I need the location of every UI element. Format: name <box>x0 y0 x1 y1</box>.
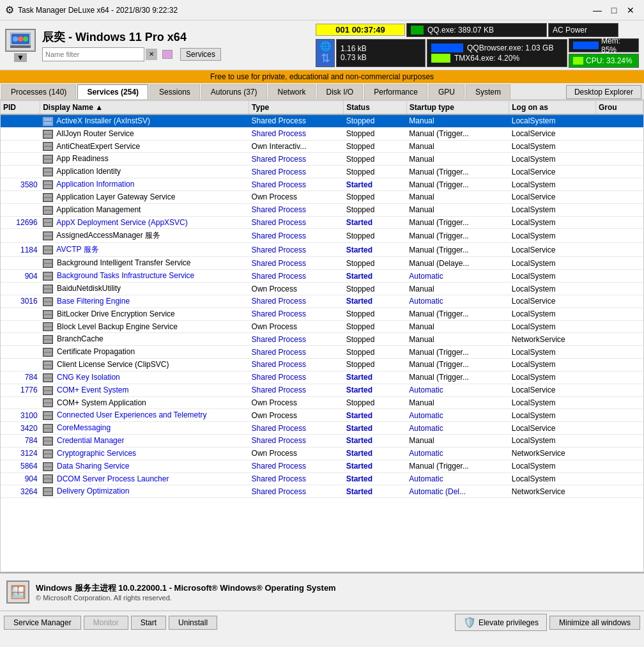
table-row[interactable]: 1776 COM+ Event System Shared Process St… <box>1 384 643 396</box>
cell-name[interactable]: Application Identity <box>40 166 249 178</box>
cell-name[interactable]: BitLocker Drive Encryption Service <box>40 308 249 320</box>
name-filter-input[interactable] <box>42 47 144 61</box>
table-row[interactable]: BranchCache Shared Process Stopped Manua… <box>1 333 643 346</box>
table-row[interactable]: COM+ System Application Own Process Stop… <box>1 396 643 409</box>
uninstall-button[interactable]: Uninstall <box>169 616 217 630</box>
cell-name[interactable]: CoreMessaging <box>40 422 249 435</box>
minimize-all-button[interactable]: Minimize all windows <box>549 616 640 630</box>
cell-pid: 904 <box>1 270 40 283</box>
maximize-window-button[interactable]: □ <box>606 3 622 17</box>
filter-clear-button[interactable]: ✕ <box>146 49 157 60</box>
col-header-startup[interactable]: Startup type <box>406 101 509 114</box>
table-row[interactable]: App Readiness Shared Process Stopped Man… <box>1 153 643 166</box>
cell-name[interactable]: ActiveX Installer (AxInstSV) <box>40 114 249 127</box>
service-name: Cryptographic Services <box>57 449 136 458</box>
cell-name[interactable]: Data Sharing Service <box>40 460 249 472</box>
pc-title-area: 辰奕 - Windows 11 Pro x64 ✕ Services <box>42 29 316 61</box>
tab-autoruns[interactable]: Autoruns (37) <box>201 84 267 99</box>
cell-pid <box>1 140 40 153</box>
table-row[interactable]: 3124 Cryptographic Services Own Process … <box>1 447 643 460</box>
table-row[interactable]: Certificate Propagation Shared Process S… <box>1 346 643 359</box>
col-header-logon[interactable]: Log on as <box>509 101 596 114</box>
monitor-button[interactable]: Monitor <box>84 616 128 630</box>
table-row[interactable]: AllJoyn Router Service Shared Process St… <box>1 127 643 140</box>
table-row[interactable]: 3264 Delivery Optimization Shared Proces… <box>1 485 643 498</box>
table-row[interactable]: Application Management Shared Process St… <box>1 203 643 216</box>
cell-name[interactable]: Delivery Optimization <box>40 485 249 498</box>
col-header-group[interactable]: Grou <box>595 101 643 114</box>
cell-type: Shared Process <box>249 178 344 191</box>
table-row[interactable]: 904 DCOM Server Process Launcher Shared … <box>1 472 643 485</box>
cell-name[interactable]: Client License Service (ClipSVC) <box>40 359 249 371</box>
table-row[interactable]: BitLocker Drive Encryption Service Share… <box>1 308 643 320</box>
cell-name[interactable]: BranchCache <box>40 333 249 346</box>
cell-name[interactable]: AppX Deployment Service (AppXSVC) <box>40 216 249 229</box>
col-header-type[interactable]: Type <box>249 101 344 114</box>
cell-name[interactable]: AllJoyn Router Service <box>40 127 249 140</box>
cell-name[interactable]: CNG Key Isolation <box>40 371 249 384</box>
tab-system[interactable]: System <box>466 84 510 99</box>
col-header-name[interactable]: Display Name ▲ <box>40 101 249 114</box>
cell-type: Own Interactiv... <box>249 140 344 153</box>
desktop-explorer-button[interactable]: Desktop Explorer <box>566 85 641 99</box>
cell-name[interactable]: Application Information <box>40 178 249 191</box>
cell-name[interactable]: AssignedAccessManager 服务 <box>40 229 249 243</box>
table-row[interactable]: AssignedAccessManager 服务 Shared Process … <box>1 229 643 243</box>
cell-name[interactable]: Background Tasks Infrastructure Service <box>40 270 249 283</box>
cell-name[interactable]: Application Layer Gateway Service <box>40 191 249 203</box>
tab-processes[interactable]: Processes (140) <box>1 84 76 99</box>
cell-name[interactable]: App Readiness <box>40 153 249 166</box>
cell-name[interactable]: AntiCheatExpert Service <box>40 140 249 153</box>
services-button[interactable]: Services <box>180 48 221 61</box>
cell-pid <box>1 191 40 203</box>
table-row[interactable]: 3100 Connected User Experiences and Tele… <box>1 409 643 422</box>
cell-name[interactable]: Application Management <box>40 203 249 216</box>
cell-name[interactable]: COM+ Event System <box>40 384 249 396</box>
cell-name[interactable]: COM+ System Application <box>40 396 249 409</box>
tab-performance[interactable]: Performance <box>364 84 427 99</box>
table-row[interactable]: 3016 Base Filtering Engine Shared Proces… <box>1 295 643 308</box>
table-row[interactable]: 5864 Data Sharing Service Shared Process… <box>1 460 643 472</box>
table-row[interactable]: ActiveX Installer (AxInstSV) Shared Proc… <box>1 114 643 127</box>
tab-gpu[interactable]: GPU <box>429 84 464 99</box>
table-row[interactable]: 784 CNG Key Isolation Shared Process Sta… <box>1 371 643 384</box>
elevate-privileges-button[interactable]: 🛡️ Elevate privileges <box>455 614 547 631</box>
table-row[interactable]: 12696 AppX Deployment Service (AppXSVC) … <box>1 216 643 229</box>
services-table-container[interactable]: PID Display Name ▲ Type Status Startup t… <box>0 100 644 572</box>
table-row[interactable]: Block Level Backup Engine Service Own Pr… <box>1 320 643 333</box>
cell-name[interactable]: Background Intelligent Transfer Service <box>40 257 249 270</box>
table-row[interactable]: 3420 CoreMessaging Shared Process Starte… <box>1 422 643 435</box>
service-manager-button[interactable]: Service Manager <box>4 616 81 630</box>
cell-name[interactable]: BaiduNetdiskUtility <box>40 283 249 295</box>
table-row[interactable]: AntiCheatExpert Service Own Interactiv..… <box>1 140 643 153</box>
tab-diskio[interactable]: Disk I/O <box>317 84 364 99</box>
logo-dropdown[interactable]: ▼ <box>14 53 27 62</box>
cell-name[interactable]: Cryptographic Services <box>40 447 249 460</box>
table-row[interactable]: 1184 AVCTP 服务 Shared Process Started Man… <box>1 243 643 257</box>
tab-network[interactable]: Network <box>268 84 316 99</box>
cell-name[interactable]: Block Level Backup Engine Service <box>40 320 249 333</box>
table-row[interactable]: Application Identity Shared Process Stop… <box>1 166 643 178</box>
table-row[interactable]: Client License Service (ClipSVC) Shared … <box>1 359 643 371</box>
tab-services[interactable]: Services (254) <box>77 84 148 99</box>
tab-sessions[interactable]: Sessions <box>150 84 200 99</box>
table-row[interactable]: Application Layer Gateway Service Own Pr… <box>1 191 643 203</box>
table-row[interactable]: 904 Background Tasks Infrastructure Serv… <box>1 270 643 283</box>
cell-name[interactable]: Connected User Experiences and Telemetry <box>40 409 249 422</box>
cell-name[interactable]: AVCTP 服务 <box>40 243 249 257</box>
cell-pid: 3420 <box>1 422 40 435</box>
table-row[interactable]: 3580 Application Information Shared Proc… <box>1 178 643 191</box>
table-row[interactable]: Background Intelligent Transfer Service … <box>1 257 643 270</box>
cell-name[interactable]: Base Filtering Engine <box>40 295 249 308</box>
svg-rect-83 <box>44 442 52 444</box>
close-window-button[interactable]: ✕ <box>622 3 639 17</box>
col-header-status[interactable]: Status <box>344 101 407 114</box>
table-row[interactable]: BaiduNetdiskUtility Own Process Stopped … <box>1 283 643 295</box>
start-button[interactable]: Start <box>131 616 166 630</box>
col-header-pid[interactable]: PID <box>1 101 40 114</box>
minimize-window-button[interactable]: — <box>589 3 606 17</box>
table-row[interactable]: 784 Credential Manager Shared Process St… <box>1 435 643 448</box>
cell-name[interactable]: Certificate Propagation <box>40 346 249 359</box>
cell-name[interactable]: DCOM Server Process Launcher <box>40 472 249 485</box>
cell-name[interactable]: Credential Manager <box>40 435 249 448</box>
